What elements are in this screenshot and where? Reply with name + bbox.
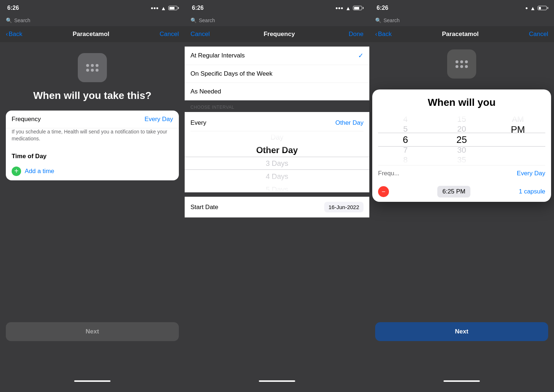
status-icons-2: ●●● ▲	[335, 5, 362, 11]
wifi-icon-2: ▲	[345, 5, 351, 11]
search-bar-1[interactable]: 🔍 Search	[0, 16, 185, 26]
add-time-text-1: Add a time	[25, 168, 54, 175]
cancel-button-2[interactable]: Cancel	[190, 31, 210, 38]
search-bar-3[interactable]: 🔍 Search	[369, 16, 554, 26]
dot	[91, 64, 94, 67]
every-label-2: Every	[190, 119, 206, 127]
dot	[460, 65, 463, 68]
dot	[455, 65, 458, 68]
med-icon-1	[78, 53, 107, 82]
tp-min-35: 35	[434, 155, 489, 165]
signal-icon-1: ●●●	[150, 5, 158, 11]
dot	[460, 60, 463, 63]
nav-bar-3: ‹ Back Paracetamol Cancel	[369, 26, 554, 42]
battery-icon-1	[168, 6, 177, 10]
status-time-3: 6:26	[377, 5, 388, 11]
back-button-1[interactable]: ‹ Back	[6, 31, 22, 38]
freq-option-regular-2[interactable]: At Regular Intervals ✓	[185, 47, 369, 65]
frequency-label-1: Frequency	[12, 116, 41, 123]
tp-capsule-3[interactable]: 1 capsule	[519, 188, 545, 195]
start-date-label-2: Start Date	[190, 204, 218, 211]
tp-time-badge-3[interactable]: 6:25 PM	[437, 186, 470, 197]
freq-option-label-2: As Needed	[190, 88, 221, 95]
time-of-day-1: Time of Day	[6, 148, 179, 162]
dot	[96, 69, 99, 72]
back-button-3[interactable]: ‹ Back	[375, 31, 392, 38]
battery-icon-2	[353, 6, 362, 10]
tp-hour-8: 8	[378, 155, 433, 165]
cancel-button-3[interactable]: Cancel	[529, 31, 548, 38]
signal-icon-2: ●●●	[335, 5, 343, 11]
tp-period-empty	[490, 135, 545, 145]
search-text-2: Search	[199, 17, 215, 23]
tp-hour-6: 6	[378, 134, 433, 145]
choose-interval-header-2: CHOOSE INTERVAL	[185, 100, 369, 112]
schedule-card-1: Frequency Every Day If you schedule a ti…	[6, 111, 179, 180]
tp-hour-7: 7	[378, 145, 433, 155]
frequency-row-1[interactable]: Frequency Every Day	[6, 111, 179, 128]
freq-option-needed-2[interactable]: As Needed	[185, 83, 369, 100]
dot	[465, 65, 468, 68]
nav-title-2: Frequency	[264, 31, 295, 38]
battery-icon-3	[538, 6, 547, 10]
time-picker-overlay-3: When will you 4 5 6 7 8 15 20 25 30 35	[372, 89, 551, 202]
drum-picker-2[interactable]: Day Other Day 3 Days 4 Days 5 Days	[185, 134, 369, 192]
start-date-row-2[interactable]: Start Date 16-Jun-2022	[185, 197, 369, 217]
tp-time-entry-3: − 6:25 PM 1 capsule	[378, 181, 545, 202]
panel-3: 6:26 ● ▲ 🔍 Search ‹ Back Paracetamol Can…	[369, 0, 554, 392]
tp-freq-value-3: Every Day	[517, 170, 545, 177]
dot	[465, 60, 468, 63]
tp-min-30: 30	[434, 145, 489, 155]
search-text-1: Search	[14, 17, 30, 23]
wifi-icon-3: ▲	[530, 5, 535, 11]
wifi-icon-1: ▲	[161, 5, 166, 11]
search-icon-3: 🔍	[375, 17, 381, 23]
tp-hour-5: 5	[378, 124, 433, 134]
status-bar-3: 6:26 ● ▲	[369, 0, 554, 16]
next-button-3[interactable]: Next	[375, 322, 548, 341]
drum-item-4days: 4 Days	[185, 170, 369, 183]
bottom-bar-2	[185, 370, 369, 392]
status-icons-1: ●●● ▲	[150, 5, 177, 11]
tp-drums-3[interactable]: 4 5 6 7 8 15 20 25 30 35 AM PM	[378, 114, 545, 165]
tp-period-empty2	[490, 145, 545, 155]
back-chevron-1: ‹	[6, 31, 8, 38]
nav-title-1: Paracetamol	[73, 31, 109, 38]
drum-item-5days: 5 Days	[185, 183, 369, 192]
tp-period-empty3	[490, 155, 545, 165]
frequency-value-1: Every Day	[145, 116, 173, 123]
nav-title-3: Paracetamol	[442, 31, 479, 38]
panel-1: 6:26 ●●● ▲ 🔍 Search ‹ Back Paracetamol C…	[0, 0, 185, 392]
next-button-1[interactable]: Next	[6, 322, 179, 341]
signal-icon-3: ●	[525, 5, 528, 11]
bg-content-3: When will you 4 5 6 7 8 15 20 25 30 35	[369, 42, 554, 370]
tp-freq-row-3: Frequ... Every Day	[378, 165, 545, 181]
freq-option-label-1: On Specific Days of the Week	[190, 70, 273, 77]
nav-bar-2: Cancel Frequency Done	[185, 26, 369, 42]
done-button-2[interactable]: Done	[349, 31, 364, 38]
home-indicator-1	[74, 380, 111, 382]
freq-option-specific-2[interactable]: On Specific Days of the Week	[185, 65, 369, 83]
tp-remove-button-3[interactable]: −	[378, 186, 389, 197]
dot	[455, 60, 458, 63]
home-indicator-2	[259, 380, 295, 382]
tp-hours-col: 4 5 6 7 8	[378, 114, 433, 165]
tp-hour-4: 4	[378, 114, 433, 124]
add-time-row-1[interactable]: + Add a time	[6, 162, 179, 180]
cancel-button-1[interactable]: Cancel	[160, 31, 179, 38]
tp-period-am: AM	[490, 114, 545, 124]
battery-fill-3	[539, 7, 541, 9]
drum-item-3days: 3 Days	[185, 157, 369, 170]
dot	[96, 64, 99, 67]
dot	[86, 69, 89, 72]
bottom-bar-1	[0, 370, 185, 392]
tp-minutes-col: 15 20 25 30 35	[434, 114, 489, 165]
search-bar-2[interactable]: 🔍 Search	[185, 16, 369, 26]
search-icon-1: 🔍	[6, 17, 12, 23]
status-time-1: 6:26	[7, 5, 19, 11]
tp-min-20: 20	[434, 124, 489, 134]
drum-item-otherday: Other Day	[185, 144, 369, 157]
next-label-1: Next	[86, 328, 99, 335]
drum-item-day: Day	[185, 134, 369, 144]
freq-bg-2: At Regular Intervals ✓ On Specific Days …	[185, 42, 369, 370]
